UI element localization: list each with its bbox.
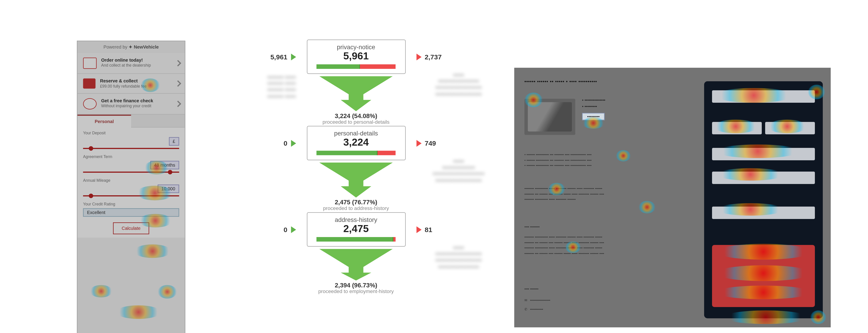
car-icon bbox=[83, 78, 96, 89]
proceed-sub: proceeded to address-history bbox=[316, 205, 396, 211]
form-input[interactable] bbox=[712, 148, 815, 160]
powered-by-brand: NewVehicle bbox=[134, 45, 159, 50]
term-slider[interactable] bbox=[83, 172, 179, 173]
step-entries: 0 bbox=[284, 226, 296, 233]
contact-line: ✉ ••••••••••••••••• bbox=[524, 298, 638, 303]
summary-button[interactable]: ••••••••• bbox=[582, 113, 604, 120]
card-subtitle: And collect at the dealership bbox=[101, 63, 179, 68]
checkout-left-col: •••••• •••••• •• ••••• • •••• •••••••••• bbox=[524, 79, 688, 88]
step-entries: 5,961 bbox=[270, 53, 296, 61]
step-name: personal-details bbox=[309, 130, 403, 137]
funnel-connector: 3,224 (54.08%) proceeded to personal-det… bbox=[316, 74, 396, 126]
credit-label: Your Credit Rating bbox=[83, 202, 179, 206]
card-entry-panel[interactable] bbox=[712, 245, 815, 307]
proceed-sub: proceeded to employment-history bbox=[316, 289, 396, 294]
funnel-step-address-history[interactable]: 0 81 address-history 2,475 ●●●●●●●●●●●●●… bbox=[307, 212, 405, 247]
card-finance-check[interactable]: Get a free finance check Without impairi… bbox=[78, 94, 185, 115]
proceed-sub: proceeded to personal-details bbox=[316, 119, 396, 125]
step-exits: 749 bbox=[416, 139, 436, 147]
svg-marker-2 bbox=[319, 249, 393, 280]
section-heading: •••• ••••••• bbox=[524, 287, 581, 292]
step-name: address-history bbox=[309, 216, 403, 223]
vehicle-summary: • ••••••••••••••• • ••••••••• ••••••••• bbox=[582, 96, 605, 120]
proceed-count: 3,224 (54.08%) bbox=[316, 112, 396, 119]
card-reserve-collect[interactable]: Reserve & collect £99.00 fully refundabl… bbox=[78, 74, 185, 94]
mileage-slider[interactable] bbox=[83, 195, 179, 196]
card-title: Get a free finance check bbox=[101, 98, 179, 104]
funnel-connector: 2,394 (96.73%) proceeded to employment-h… bbox=[316, 247, 396, 295]
payment-form bbox=[704, 81, 823, 318]
funnel-chart: 5,961 2,737 privacy-notice 5,961 ●●●●●● … bbox=[220, 39, 492, 295]
step-count: 2,475 bbox=[309, 223, 403, 235]
deposit-slider[interactable] bbox=[83, 148, 179, 149]
step-name: privacy-notice bbox=[309, 43, 403, 51]
step-entries: 0 bbox=[284, 139, 296, 147]
proceed-count: 2,394 (96.73%) bbox=[316, 282, 396, 289]
form-input[interactable] bbox=[712, 172, 815, 184]
step-count: 3,224 bbox=[309, 137, 403, 148]
term-label: Agreement Term bbox=[83, 155, 179, 159]
checkout-heatmap: •••••• •••••• •• ••••• • •••• ••••••••••… bbox=[514, 68, 831, 327]
calculate-button[interactable]: Calculate bbox=[113, 222, 149, 234]
term-input[interactable]: 48 months bbox=[150, 161, 179, 170]
funnel-connector: 2,475 (76.77%) proceeded to address-hist… bbox=[316, 160, 396, 212]
gauge-icon bbox=[83, 98, 97, 109]
arrow-in-icon bbox=[291, 54, 296, 61]
card-title: Reserve & collect bbox=[100, 78, 179, 84]
contact-line: ✆ ••••••••••• bbox=[524, 307, 638, 312]
card-subtitle: £99.00 fully refundable fee bbox=[100, 84, 179, 89]
powered-by-prefix: Powered by bbox=[103, 45, 127, 50]
tab-personal[interactable]: Personal bbox=[78, 115, 131, 128]
finance-form: Your Deposit £ Agreement Term 48 months … bbox=[78, 128, 185, 238]
form-input[interactable] bbox=[712, 207, 815, 219]
svg-marker-1 bbox=[319, 163, 393, 198]
mileage-label: Annual Mileage bbox=[83, 178, 179, 182]
step-bar bbox=[316, 237, 396, 241]
credit-select[interactable]: Excellent bbox=[83, 208, 179, 217]
tab-other[interactable] bbox=[131, 115, 185, 128]
arrow-in-icon bbox=[291, 140, 296, 147]
card-order-online[interactable]: Order online today! And collect at the d… bbox=[78, 53, 185, 74]
section-heading: •••• •••••••• bbox=[524, 225, 581, 230]
form-input[interactable] bbox=[712, 90, 815, 103]
arrow-out-icon bbox=[416, 227, 421, 233]
deposit-label: Your Deposit bbox=[83, 131, 179, 135]
form-input[interactable] bbox=[712, 122, 762, 134]
step-exits: 2,737 bbox=[416, 53, 442, 61]
mileage-input[interactable]: 10,000 bbox=[157, 185, 179, 193]
svg-marker-0 bbox=[319, 76, 393, 111]
cart-icon bbox=[83, 58, 97, 69]
proceed-count: 2,475 (76.77%) bbox=[316, 199, 396, 205]
step-bar bbox=[316, 151, 396, 155]
arrow-out-icon bbox=[416, 140, 421, 147]
text-block: • ••••••• ••••••••••• ••• •••••••• •••• … bbox=[524, 153, 683, 169]
card-title: Order online today! bbox=[101, 58, 179, 63]
finance-widget-heatmap: Powered by ✦ NewVehicle Order online tod… bbox=[77, 41, 185, 333]
card-subtitle: Without impairing your credit bbox=[101, 104, 179, 108]
checkout-heading: •••••• •••••• •• ••••• • •••• •••••••••• bbox=[524, 79, 688, 84]
deposit-input[interactable]: £ bbox=[168, 137, 179, 146]
form-input[interactable] bbox=[765, 122, 815, 134]
vehicle-thumbnail bbox=[524, 99, 575, 135]
arrow-out-icon bbox=[416, 54, 421, 61]
text-block: •••••••• ••••••••••• ••••• ••••••••• •••… bbox=[524, 186, 688, 202]
funnel-step-privacy-notice[interactable]: 5,961 2,737 privacy-notice 5,961 ●●●●●● … bbox=[307, 39, 405, 74]
arrow-in-icon bbox=[291, 227, 296, 233]
step-bar bbox=[316, 64, 396, 69]
step-exits: 81 bbox=[416, 226, 432, 233]
funnel-step-personal-details[interactable]: 0 749 personal-details 3,224 ●●●●●●●●●●●… bbox=[307, 126, 405, 161]
step-count: 5,961 bbox=[309, 51, 403, 62]
text-block: •••••••• ••••••••••• ••••• ••••••••• •••… bbox=[524, 235, 688, 257]
powered-by: Powered by ✦ NewVehicle bbox=[78, 41, 185, 53]
finance-tabs: Personal bbox=[78, 115, 185, 128]
